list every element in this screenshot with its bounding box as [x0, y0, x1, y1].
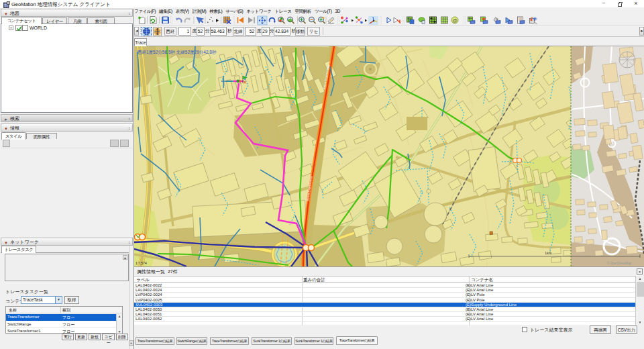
svg-text:© OpenStreetMap: © OpenStreetMap	[607, 261, 632, 265]
svg-text:1km: 1km	[545, 251, 552, 255]
svg-text:1:7,574: 1:7,574	[136, 261, 147, 265]
svg-text:西経1度52分58.5秒 北緯52度29分42.8秒: 西経1度52分58.5秒 北緯52度29分42.8秒	[137, 50, 217, 55]
svg-text:@: @	[452, 18, 457, 23]
svg-text:x: x	[496, 17, 498, 21]
